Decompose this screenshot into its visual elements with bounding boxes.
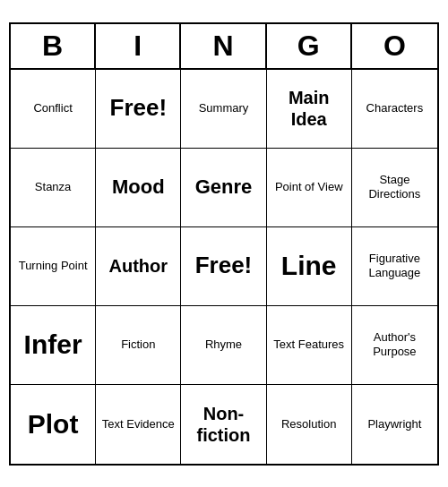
bingo-cell-20: Plot [11,385,96,464]
bingo-cell-0: Conflict [11,70,96,149]
bingo-cell-15: Infer [11,306,96,385]
bingo-cell-24: Playwright [352,385,437,464]
cell-text-12: Free! [195,252,253,279]
bingo-cell-23: Resolution [267,385,352,464]
cell-text-2: Summary [199,101,249,115]
cell-text-16: Fiction [121,337,155,352]
bingo-cell-10: Turning Point [11,227,96,306]
header-letter-B: B [11,24,96,68]
cell-text-0: Conflict [33,101,72,115]
cell-text-3: Main Idea [271,87,348,130]
cell-text-10: Turning Point [19,259,88,273]
cell-text-13: Line [281,250,337,282]
cell-text-1: Free! [110,94,168,122]
bingo-header: BINGO [11,24,437,70]
header-letter-G: G [267,24,352,68]
cell-text-5: Stanza [35,180,71,194]
bingo-card: BINGO ConflictFree!SummaryMain IdeaChara… [9,22,439,466]
cell-text-21: Text Evidence [102,417,175,431]
bingo-cell-5: Stanza [11,149,96,227]
bingo-cell-9: Stage Directions [352,149,437,227]
bingo-cell-8: Point of View [267,149,352,227]
cell-text-15: Infer [24,329,82,361]
bingo-cell-7: Genre [181,149,266,227]
cell-text-14: Figurative Language [356,252,434,279]
cell-text-8: Point of View [275,180,343,194]
cell-text-9: Stage Directions [356,173,434,201]
bingo-cell-18: Text Features [267,306,352,385]
cell-text-24: Playwright [367,417,421,431]
bingo-cell-6: Mood [96,149,181,227]
bingo-cell-2: Summary [181,70,266,149]
header-letter-O: O [352,24,437,68]
cell-text-6: Mood [112,175,165,199]
bingo-cell-11: Author [96,227,181,306]
cell-text-20: Plot [28,408,79,440]
bingo-cell-21: Text Evidence [96,385,181,464]
cell-text-23: Resolution [281,417,336,431]
cell-text-4: Characters [366,101,424,115]
bingo-cell-17: Rhyme [181,306,266,385]
header-letter-I: I [96,24,181,68]
bingo-cell-4: Characters [352,70,437,149]
cell-text-19: Author's Purpose [356,330,434,358]
bingo-cell-22: Non-fiction [181,385,266,464]
bingo-cell-14: Figurative Language [352,227,437,306]
bingo-cell-3: Main Idea [267,70,352,149]
bingo-cell-13: Line [267,227,352,306]
bingo-cell-1: Free! [96,70,181,149]
cell-text-18: Text Features [273,337,344,352]
cell-text-11: Author [109,255,168,277]
cell-text-22: Non-fiction [185,403,262,446]
cell-text-7: Genre [195,175,253,199]
cell-text-17: Rhyme [205,337,242,352]
bingo-grid: ConflictFree!SummaryMain IdeaCharactersS… [11,70,437,464]
header-letter-N: N [181,24,266,68]
bingo-cell-12: Free! [181,227,266,306]
bingo-cell-16: Fiction [96,306,181,385]
bingo-cell-19: Author's Purpose [352,306,437,385]
